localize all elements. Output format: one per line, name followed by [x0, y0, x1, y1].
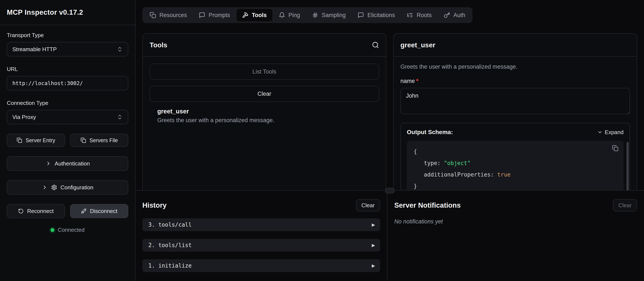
app-title: MCP Inspector v0.17.2	[7, 8, 83, 17]
required-marker: *	[416, 78, 418, 84]
authentication-button[interactable]: Authentication	[7, 156, 128, 171]
tabbar-wrap: Resources Prompts Tools Ping Sampling	[136, 0, 644, 23]
tool-list-item[interactable]: greet_user Greets the user with a person…	[150, 108, 379, 124]
search-icon	[372, 41, 379, 49]
code-text: }	[414, 183, 417, 189]
expand-arrow-icon: ▶	[372, 243, 375, 248]
copy-icon	[612, 145, 618, 151]
servers-file-button[interactable]: Servers File	[70, 134, 128, 147]
code-line: additionalProperties: true	[414, 169, 617, 180]
expand-arrow-icon: ▶	[372, 263, 375, 268]
expand-label: Expand	[605, 129, 624, 136]
code-line: type: "object"	[414, 157, 617, 169]
tab-label: Roots	[416, 12, 432, 19]
search-button[interactable]	[372, 41, 379, 49]
chevron-right-icon	[42, 184, 48, 190]
status-text: Connected	[58, 227, 84, 233]
panel-resize-handle[interactable]	[385, 188, 394, 193]
code-text: {	[414, 148, 417, 155]
history-entry-label: 1. initialize	[148, 262, 192, 269]
server-entry-button[interactable]: Server Entry	[7, 134, 65, 147]
top-panes: Tools List Tools Clear greet_user Greets…	[136, 33, 644, 190]
transport-type-label: Transport Type	[7, 32, 128, 39]
message-icon	[358, 12, 364, 18]
list-tools-button[interactable]: List Tools	[150, 64, 379, 80]
hammer-icon	[242, 12, 248, 18]
copy-code-button[interactable]	[612, 145, 618, 151]
connection-type-select[interactable]: Via Proxy	[7, 110, 128, 124]
tab-label: Auth	[454, 12, 466, 19]
tool-detail-description: Greets the user with a personalized mess…	[400, 64, 630, 70]
url-group: URL http://localhost:3002/	[7, 66, 128, 90]
message-icon	[199, 12, 205, 18]
unplug-icon	[81, 208, 86, 214]
disconnect-label: Disconnect	[90, 208, 118, 214]
chevrons-up-down-icon	[117, 114, 123, 120]
history-entry[interactable]: 3. tools/call ▶	[142, 218, 380, 231]
history-entry[interactable]: 1. initialize ▶	[142, 259, 380, 272]
transport-type-select[interactable]: Streamable HTTP	[7, 42, 128, 57]
tab-ping[interactable]: Ping	[273, 9, 306, 21]
app-window: MCP Inspector v0.17.2 Transport Type Str…	[0, 0, 644, 281]
code-value-string: "object"	[444, 160, 470, 166]
notifications-header: Server Notifications Clear	[394, 199, 637, 211]
tab-auth[interactable]: Auth	[438, 9, 471, 21]
tab-prompts[interactable]: Prompts	[193, 9, 236, 21]
tab-resources[interactable]: Resources	[144, 9, 192, 21]
history-header: History Clear	[142, 199, 380, 211]
code-line: {	[414, 146, 617, 157]
expand-arrow-icon: ▶	[372, 222, 375, 227]
clear-history-button[interactable]: Clear	[356, 199, 380, 211]
scrollbar-thumb[interactable]	[626, 142, 629, 190]
history-title: History	[142, 201, 167, 209]
server-config-buttons: Server Entry Servers File	[7, 134, 128, 147]
hash-icon	[312, 12, 318, 18]
key-icon	[444, 12, 450, 18]
history-entry[interactable]: 2. tools/list ▶	[142, 239, 380, 251]
rotate-ccw-icon	[18, 208, 24, 214]
tree-icon	[407, 12, 413, 18]
copy-icon	[16, 138, 22, 143]
history-panel: History Clear 3. tools/call ▶ 2. tools/l…	[136, 191, 388, 281]
server-notifications-panel: Server Notifications Clear No notificati…	[388, 191, 644, 281]
disconnect-button[interactable]: Disconnect	[70, 204, 128, 218]
tool-detail-title: greet_user	[400, 41, 435, 49]
output-schema-header: Output Schema: Expand	[407, 129, 624, 136]
tab-sampling[interactable]: Sampling	[306, 9, 352, 21]
connection-status: Connected	[7, 227, 128, 233]
tab-label: Prompts	[209, 12, 230, 19]
tab-tools[interactable]: Tools	[236, 9, 272, 21]
bell-icon	[279, 12, 285, 18]
bottom-panel: History Clear 3. tools/call ▶ 2. tools/l…	[136, 190, 644, 281]
tool-description: Greets the user with a personalized mess…	[157, 117, 379, 124]
tools-panel-title: Tools	[150, 41, 167, 49]
name-field-input[interactable]: John	[400, 88, 630, 114]
copy-icon	[80, 138, 86, 143]
reconnect-label: Reconnect	[27, 208, 54, 214]
sidebar: MCP Inspector v0.17.2 Transport Type Str…	[0, 0, 136, 281]
clear-tools-button[interactable]: Clear	[150, 86, 379, 102]
connection-type-group: Connection Type Via Proxy	[7, 100, 128, 124]
chevron-down-icon	[597, 129, 603, 135]
tab-elicitations[interactable]: Elicitations	[352, 9, 400, 21]
tool-detail-panel: greet_user Greets the user with a person…	[393, 33, 637, 190]
reconnect-button[interactable]: Reconnect	[7, 204, 65, 218]
tab-label: Resources	[160, 12, 187, 19]
history-entry-label: 2. tools/list	[148, 242, 192, 248]
code-line: }	[414, 180, 617, 190]
tab-roots[interactable]: Roots	[401, 9, 437, 21]
expand-button[interactable]: Expand	[597, 129, 624, 136]
tool-detail-header: greet_user	[394, 34, 637, 57]
connection-type-label: Connection Type	[7, 100, 128, 106]
tools-panel-body: List Tools Clear greet_user Greets the u…	[143, 57, 386, 130]
gear-icon	[51, 184, 57, 190]
configuration-button[interactable]: Configuration	[7, 180, 128, 195]
tab-label: Tools	[252, 12, 267, 19]
tool-detail-body: Greets the user with a personalized mess…	[394, 57, 637, 190]
url-input[interactable]: http://localhost:3002/	[7, 76, 128, 90]
tabbar: Resources Prompts Tools Ping Sampling	[142, 7, 472, 23]
clear-notifications-button[interactable]: Clear	[613, 199, 637, 211]
code-key: additionalProperties:	[424, 171, 497, 178]
sidebar-header: MCP Inspector v0.17.2	[0, 0, 135, 25]
output-schema-title: Output Schema:	[407, 129, 453, 136]
